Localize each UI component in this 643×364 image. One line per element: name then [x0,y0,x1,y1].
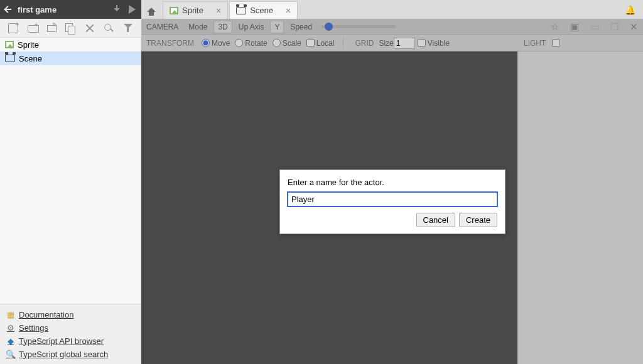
asset-label: Scene [19,54,42,63]
project-bar: first game [0,0,141,19]
notifications-icon[interactable]: 🔔 [625,5,635,15]
project-name: first game [18,5,57,14]
play-icon[interactable] [127,5,136,14]
sprite-icon [5,41,14,48]
api-link[interactable]: ◆TypeScript API browser [6,336,134,346]
new-actor-dialog: Enter a name for the actor. Cancel Creat… [279,169,505,234]
close-icon[interactable]: × [286,6,291,16]
close-icon[interactable]: × [216,6,221,16]
new-asset-icon[interactable] [8,23,18,33]
gear-icon: ⚙ [6,323,15,332]
tab-sprite[interactable]: Sprite × [163,1,228,19]
back-icon[interactable] [5,6,11,13]
settings-link[interactable]: ⚙Settings [6,323,134,333]
help-links: ▦Documentation ⚙Settings ◆TypeScript API… [0,304,141,364]
create-button[interactable]: Create [459,213,497,227]
asset-label: Sprite [18,40,39,50]
sprite-icon [170,7,178,14]
scene-icon [5,55,15,62]
tab-label: Scene [250,6,273,15]
filter-icon[interactable] [123,23,133,33]
duplicate-icon[interactable] [65,23,75,33]
home-tab[interactable] [141,0,161,19]
rename-icon[interactable] [46,23,57,33]
dialog-prompt: Enter a name for the actor. [288,178,497,187]
cube-icon: ◆ [6,336,15,345]
asset-toolbar [0,19,141,38]
asset-item-sprite[interactable]: Sprite [0,38,141,51]
home-icon [147,8,156,12]
global-search-link[interactable]: 🔍TypeScript global search [6,350,134,359]
asset-item-scene[interactable]: Scene [0,51,141,65]
delete-icon[interactable] [85,23,95,33]
doc-icon: ▦ [6,310,15,319]
search-icon[interactable] [104,23,114,33]
actor-name-input[interactable] [288,192,497,206]
tab-strip: Sprite × Scene × 🔔 [141,0,643,19]
tab-label: Sprite [182,6,203,15]
documentation-link[interactable]: ▦Documentation [6,310,134,319]
new-folder-icon[interactable] [28,23,38,33]
asset-tree: Sprite Scene [0,38,141,304]
magnifier-icon: 🔍 [6,350,15,358]
scene-icon [236,7,246,14]
cancel-button[interactable]: Cancel [416,213,455,227]
download-icon[interactable] [112,5,121,14]
tab-scene[interactable]: Scene × [229,1,298,19]
